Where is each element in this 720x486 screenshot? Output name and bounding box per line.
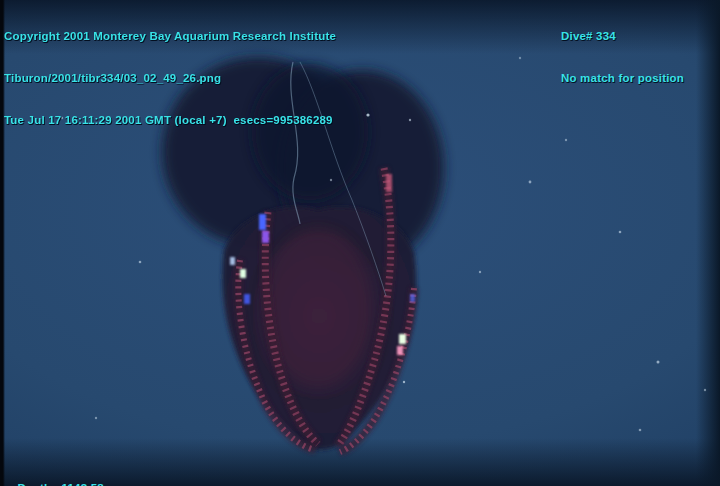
- osd-timestamp-line: Tue Jul 17 16:11:29 2001 GMT (local +7) …: [4, 113, 336, 127]
- osd-copyright-line: Copyright 2001 Monterey Bay Aquarium Res…: [4, 29, 336, 43]
- osd-telemetry-bar: Depth= 1143.58 m Temp= 3.565 C Sal= 34.4…: [4, 467, 129, 486]
- osd-top-left: Copyright 2001 Monterey Bay Aquarium Res…: [4, 1, 336, 155]
- telemetry-depth: Depth= 1143.58 m: [18, 481, 118, 486]
- osd-dive-number: Dive# 334: [561, 29, 684, 43]
- video-frame: Copyright 2001 Monterey Bay Aquarium Res…: [0, 0, 720, 486]
- osd-position-status: No match for position: [561, 71, 684, 85]
- osd-filepath-line: Tiburon/2001/tibr334/03_02_49_26.png: [4, 71, 336, 85]
- osd-top-right: Dive# 334 No match for position: [561, 1, 684, 113]
